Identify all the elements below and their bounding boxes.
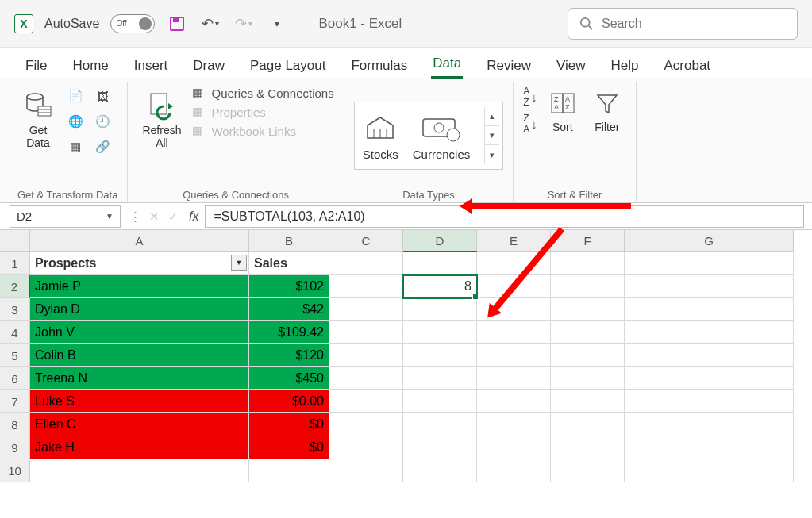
tab-draw[interactable]: Draw (191, 53, 226, 79)
cell-A8[interactable]: Ellen C (30, 413, 249, 436)
from-picture-button[interactable]: 🖼 (92, 86, 113, 106)
cell-G5[interactable] (625, 344, 794, 367)
cell-F9[interactable] (551, 436, 625, 459)
col-header-D[interactable]: D (403, 230, 477, 252)
cell-E9[interactable] (477, 436, 551, 459)
cell-A1[interactable]: Prospects▼ (30, 252, 249, 275)
cell-C4[interactable] (329, 321, 403, 344)
cell-D7[interactable] (403, 390, 477, 413)
cell-F7[interactable] (551, 390, 625, 413)
col-header-C[interactable]: C (329, 230, 403, 252)
cell-D10[interactable] (403, 459, 477, 482)
stocks-datatype[interactable]: Stocks (363, 111, 398, 161)
cell-B10[interactable] (249, 459, 329, 482)
cancel-formula-button[interactable]: ✕ (144, 205, 164, 228)
cell-F1[interactable] (551, 252, 625, 275)
row-header-1[interactable]: 1 (0, 252, 30, 275)
cell-D6[interactable] (403, 367, 477, 390)
sort-button[interactable]: ZAAZ Sort (544, 86, 582, 136)
select-all-corner[interactable] (0, 230, 30, 252)
cell-A9[interactable]: Jake H (30, 436, 249, 459)
cell-F10[interactable] (551, 459, 625, 482)
cell-D1[interactable] (403, 252, 477, 275)
row-header-8[interactable]: 8 (0, 413, 30, 436)
tab-review[interactable]: Review (485, 53, 533, 79)
cell-G10[interactable] (625, 459, 794, 482)
cell-C5[interactable] (329, 344, 403, 367)
search-input[interactable] (602, 17, 786, 31)
cell-A10[interactable] (30, 459, 249, 482)
row-header-4[interactable]: 4 (0, 321, 30, 344)
namebox-options[interactable]: ⋮ (125, 205, 144, 228)
customize-qat-button[interactable]: ▾ (266, 13, 288, 35)
existing-conn-button[interactable]: 🔗 (92, 136, 113, 157)
cell-G7[interactable] (625, 390, 794, 413)
cell-G2[interactable] (625, 275, 794, 298)
cell-D9[interactable] (403, 436, 477, 459)
cell-G3[interactable] (625, 298, 794, 321)
cell-E5[interactable] (477, 344, 551, 367)
cell-E8[interactable] (477, 413, 551, 436)
cell-B4[interactable]: $109.42 (249, 321, 329, 344)
qc-queries-connections[interactable]: ▦Queries & Connections (192, 86, 333, 100)
filter-dropdown-button[interactable]: ▼ (231, 255, 247, 271)
cell-D8[interactable] (403, 413, 477, 436)
from-text-button[interactable]: 📄 (65, 86, 86, 106)
cell-C9[interactable] (329, 436, 403, 459)
cell-G4[interactable] (625, 321, 794, 344)
cell-B2[interactable]: $102 (249, 275, 329, 298)
tab-file[interactable]: File (24, 53, 48, 79)
save-button[interactable] (166, 13, 188, 35)
cell-C6[interactable] (329, 367, 403, 390)
col-header-B[interactable]: B (249, 230, 329, 252)
cell-G9[interactable] (625, 436, 794, 459)
cell-B6[interactable]: $450 (249, 367, 329, 390)
gallery-nav[interactable]: ▴▾▾ (484, 107, 499, 164)
tab-data[interactable]: Data (431, 51, 463, 79)
cell-B7[interactable]: $0.00 (249, 390, 329, 413)
cell-D3[interactable] (403, 298, 477, 321)
enter-formula-button[interactable]: ✓ (164, 205, 183, 228)
name-box[interactable]: D2 ▼ (10, 205, 121, 228)
tab-page-layout[interactable]: Page Layout (248, 53, 327, 79)
from-table-button[interactable]: ▦ (65, 136, 86, 157)
cell-A7[interactable]: Luke S (30, 390, 249, 413)
from-web-button[interactable]: 🌐 (65, 111, 86, 132)
tab-formulas[interactable]: Formulas (349, 53, 409, 79)
cell-A2[interactable]: Jamie P (30, 275, 249, 298)
col-header-G[interactable]: G (625, 230, 794, 252)
fx-icon[interactable]: fx (189, 209, 198, 224)
cell-B8[interactable]: $0 (249, 413, 329, 436)
cell-C3[interactable] (329, 298, 403, 321)
tab-insert[interactable]: Insert (133, 53, 170, 79)
cell-A6[interactable]: Treena N (30, 367, 249, 390)
cell-F6[interactable] (551, 367, 625, 390)
row-header-6[interactable]: 6 (0, 367, 30, 390)
cell-E7[interactable] (477, 390, 551, 413)
cell-E10[interactable] (477, 459, 551, 482)
cell-A4[interactable]: John V (30, 321, 249, 344)
recent-sources-button[interactable]: 🕘 (92, 111, 113, 132)
cell-F3[interactable] (551, 298, 625, 321)
sort-asc-button[interactable]: AZ↓ (523, 86, 537, 108)
cell-B5[interactable]: $120 (249, 344, 329, 367)
currencies-datatype[interactable]: Currencies (413, 111, 471, 161)
cell-B3[interactable]: $42 (249, 298, 329, 321)
sort-desc-button[interactable]: ZA↓ (523, 113, 537, 135)
cell-F5[interactable] (551, 344, 625, 367)
undo-button[interactable]: ↶▾ (199, 13, 221, 35)
row-header-7[interactable]: 7 (0, 390, 30, 413)
cell-D4[interactable] (403, 321, 477, 344)
cell-B9[interactable]: $0 (249, 436, 329, 459)
cell-F8[interactable] (551, 413, 625, 436)
cell-G8[interactable] (625, 413, 794, 436)
cell-B1[interactable]: Sales (249, 252, 329, 275)
autosave-toggle[interactable]: Off (110, 14, 155, 33)
row-header-3[interactable]: 3 (0, 298, 30, 321)
get-data-button[interactable]: Get Data (17, 86, 59, 152)
tab-view[interactable]: View (555, 53, 587, 79)
tab-help[interactable]: Help (610, 53, 641, 79)
cell-A3[interactable]: Dylan D (30, 298, 249, 321)
row-header-10[interactable]: 10 (0, 459, 30, 482)
search-box[interactable] (568, 8, 798, 40)
